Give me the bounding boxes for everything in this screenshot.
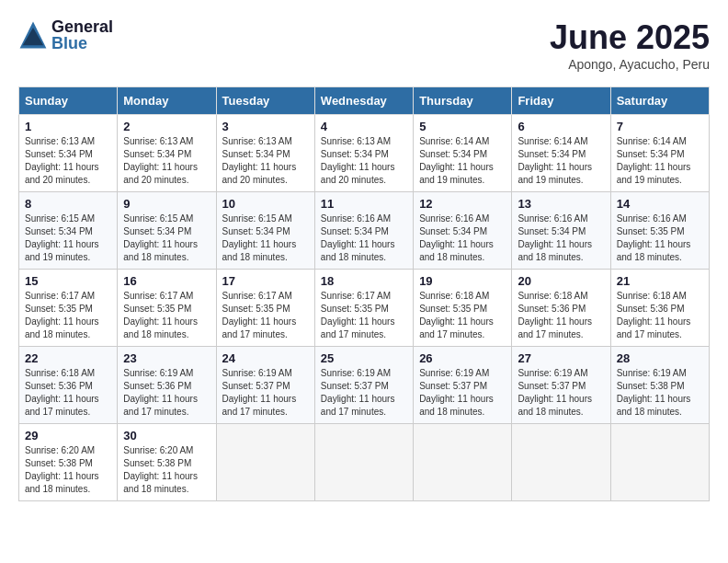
day-number: 26 (419, 351, 506, 365)
calendar-cell: 17Sunrise: 6:17 AM Sunset: 5:35 PM Dayli… (216, 270, 314, 347)
calendar-header-monday: Monday (118, 87, 216, 115)
calendar-cell: 21Sunrise: 6:18 AM Sunset: 5:36 PM Dayli… (610, 270, 709, 347)
day-number: 23 (123, 351, 210, 365)
day-number: 1 (25, 120, 111, 133)
calendar-cell: 15Sunrise: 6:17 AM Sunset: 5:35 PM Dayli… (19, 270, 118, 347)
day-info: Sunrise: 6:19 AM Sunset: 5:37 PM Dayligh… (222, 367, 309, 419)
calendar-cell: 24Sunrise: 6:19 AM Sunset: 5:37 PM Dayli… (216, 347, 314, 424)
calendar-cell: 25Sunrise: 6:19 AM Sunset: 5:37 PM Dayli… (314, 347, 413, 424)
day-info: Sunrise: 6:16 AM Sunset: 5:34 PM Dayligh… (419, 213, 506, 264)
calendar-header-wednesday: Wednesday (314, 87, 413, 115)
calendar-cell: 7Sunrise: 6:14 AM Sunset: 5:34 PM Daylig… (610, 115, 709, 192)
calendar-cell (414, 424, 512, 501)
day-info: Sunrise: 6:13 AM Sunset: 5:34 PM Dayligh… (321, 135, 407, 187)
day-info: Sunrise: 6:13 AM Sunset: 5:34 PM Dayligh… (123, 135, 210, 187)
month-title: June 2025 (550, 18, 710, 57)
day-number: 3 (222, 120, 309, 133)
logo-blue: Blue (51, 35, 113, 52)
day-info: Sunrise: 6:20 AM Sunset: 5:38 PM Dayligh… (123, 444, 210, 496)
calendar-cell (314, 424, 413, 501)
calendar-cell: 12Sunrise: 6:16 AM Sunset: 5:34 PM Dayli… (414, 192, 512, 270)
calendar-cell: 29Sunrise: 6:20 AM Sunset: 5:38 PM Dayli… (19, 424, 118, 501)
day-info: Sunrise: 6:15 AM Sunset: 5:34 PM Dayligh… (25, 213, 111, 264)
day-info: Sunrise: 6:15 AM Sunset: 5:34 PM Dayligh… (222, 213, 309, 264)
calendar-cell: 26Sunrise: 6:19 AM Sunset: 5:37 PM Dayli… (414, 347, 512, 424)
logo-text: General Blue (51, 18, 113, 52)
calendar-cell: 16Sunrise: 6:17 AM Sunset: 5:35 PM Dayli… (118, 270, 216, 347)
day-number: 4 (321, 120, 407, 133)
day-number: 28 (617, 351, 703, 365)
day-number: 24 (222, 351, 309, 365)
calendar-header-row: SundayMondayTuesdayWednesdayThursdayFrid… (19, 87, 710, 115)
day-number: 25 (321, 351, 407, 365)
day-number: 12 (419, 197, 506, 211)
day-number: 13 (518, 197, 604, 211)
day-number: 30 (123, 429, 210, 442)
day-number: 6 (518, 120, 604, 133)
day-info: Sunrise: 6:19 AM Sunset: 5:36 PM Dayligh… (123, 367, 210, 419)
calendar-week-row: 29Sunrise: 6:20 AM Sunset: 5:38 PM Dayli… (19, 424, 710, 501)
day-number: 11 (321, 197, 407, 211)
calendar-cell: 19Sunrise: 6:18 AM Sunset: 5:35 PM Dayli… (414, 270, 512, 347)
day-info: Sunrise: 6:17 AM Sunset: 5:35 PM Dayligh… (321, 290, 407, 341)
calendar-cell: 18Sunrise: 6:17 AM Sunset: 5:35 PM Dayli… (314, 270, 413, 347)
logo-general: General (51, 18, 113, 35)
day-number: 5 (419, 120, 506, 133)
calendar-cell (216, 424, 314, 501)
calendar-cell: 13Sunrise: 6:16 AM Sunset: 5:34 PM Dayli… (512, 192, 610, 270)
day-number: 9 (123, 197, 210, 211)
day-number: 20 (518, 274, 604, 288)
day-number: 14 (617, 197, 703, 211)
calendar-week-row: 15Sunrise: 6:17 AM Sunset: 5:35 PM Dayli… (19, 270, 710, 347)
calendar-cell: 20Sunrise: 6:18 AM Sunset: 5:36 PM Dayli… (512, 270, 610, 347)
calendar-cell: 23Sunrise: 6:19 AM Sunset: 5:36 PM Dayli… (118, 347, 216, 424)
calendar-cell: 5Sunrise: 6:14 AM Sunset: 5:34 PM Daylig… (414, 115, 512, 192)
day-info: Sunrise: 6:13 AM Sunset: 5:34 PM Dayligh… (222, 135, 309, 187)
calendar-week-row: 8Sunrise: 6:15 AM Sunset: 5:34 PM Daylig… (19, 192, 710, 270)
calendar-cell: 10Sunrise: 6:15 AM Sunset: 5:34 PM Dayli… (216, 192, 314, 270)
day-info: Sunrise: 6:14 AM Sunset: 5:34 PM Dayligh… (617, 135, 703, 187)
calendar-cell: 30Sunrise: 6:20 AM Sunset: 5:38 PM Dayli… (118, 424, 216, 501)
calendar-cell (610, 424, 709, 501)
calendar-cell: 22Sunrise: 6:18 AM Sunset: 5:36 PM Dayli… (19, 347, 118, 424)
calendar-cell: 1Sunrise: 6:13 AM Sunset: 5:34 PM Daylig… (19, 115, 118, 192)
location-subtitle: Apongo, Ayacucho, Peru (550, 57, 710, 72)
day-info: Sunrise: 6:15 AM Sunset: 5:34 PM Dayligh… (123, 213, 210, 264)
day-number: 16 (123, 274, 210, 288)
calendar-week-row: 1Sunrise: 6:13 AM Sunset: 5:34 PM Daylig… (19, 115, 710, 192)
calendar-cell: 2Sunrise: 6:13 AM Sunset: 5:34 PM Daylig… (118, 115, 216, 192)
day-info: Sunrise: 6:13 AM Sunset: 5:34 PM Dayligh… (25, 135, 111, 187)
calendar-header-thursday: Thursday (414, 87, 512, 115)
day-number: 29 (25, 429, 111, 442)
day-number: 2 (123, 120, 210, 133)
day-info: Sunrise: 6:19 AM Sunset: 5:38 PM Dayligh… (617, 367, 703, 419)
day-info: Sunrise: 6:14 AM Sunset: 5:34 PM Dayligh… (419, 135, 506, 187)
day-number: 15 (25, 274, 111, 288)
day-info: Sunrise: 6:19 AM Sunset: 5:37 PM Dayligh… (518, 367, 604, 419)
day-number: 10 (222, 197, 309, 211)
day-number: 27 (518, 351, 604, 365)
title-section: June 2025 Apongo, Ayacucho, Peru (550, 18, 710, 72)
day-info: Sunrise: 6:17 AM Sunset: 5:35 PM Dayligh… (25, 290, 111, 341)
day-number: 21 (617, 274, 703, 288)
day-info: Sunrise: 6:14 AM Sunset: 5:34 PM Dayligh… (518, 135, 604, 187)
day-info: Sunrise: 6:20 AM Sunset: 5:38 PM Dayligh… (25, 444, 111, 496)
calendar-week-row: 22Sunrise: 6:18 AM Sunset: 5:36 PM Dayli… (19, 347, 710, 424)
calendar-body: 1Sunrise: 6:13 AM Sunset: 5:34 PM Daylig… (19, 115, 710, 501)
day-info: Sunrise: 6:17 AM Sunset: 5:35 PM Dayligh… (123, 290, 210, 341)
day-info: Sunrise: 6:17 AM Sunset: 5:35 PM Dayligh… (222, 290, 309, 341)
day-number: 8 (25, 197, 111, 211)
calendar-header-tuesday: Tuesday (216, 87, 314, 115)
calendar-cell: 28Sunrise: 6:19 AM Sunset: 5:38 PM Dayli… (610, 347, 709, 424)
page-header: General Blue June 2025 Apongo, Ayacucho,… (18, 18, 710, 72)
calendar-table: SundayMondayTuesdayWednesdayThursdayFrid… (18, 86, 710, 501)
day-info: Sunrise: 6:18 AM Sunset: 5:36 PM Dayligh… (25, 367, 111, 419)
day-number: 17 (222, 274, 309, 288)
day-info: Sunrise: 6:16 AM Sunset: 5:34 PM Dayligh… (321, 213, 407, 264)
calendar-header-friday: Friday (512, 87, 610, 115)
day-number: 18 (321, 274, 407, 288)
day-number: 19 (419, 274, 506, 288)
calendar-cell: 8Sunrise: 6:15 AM Sunset: 5:34 PM Daylig… (19, 192, 118, 270)
day-info: Sunrise: 6:16 AM Sunset: 5:34 PM Dayligh… (518, 213, 604, 264)
calendar-cell: 27Sunrise: 6:19 AM Sunset: 5:37 PM Dayli… (512, 347, 610, 424)
